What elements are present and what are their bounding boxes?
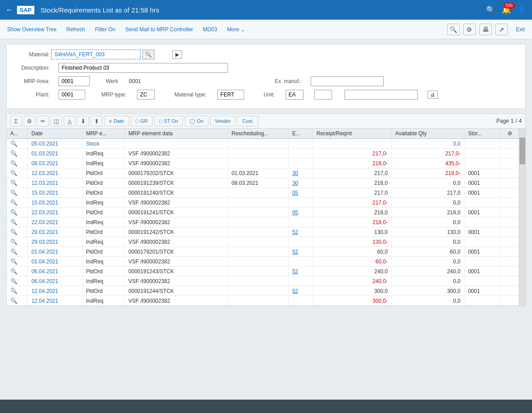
share-toolbar-icon[interactable]: ⇗ [495, 24, 508, 35]
row-receipt: 300,0 [312, 286, 391, 296]
unit-input[interactable] [286, 90, 303, 100]
mrp-type-input[interactable] [137, 90, 155, 100]
e-link[interactable]: 52 [292, 229, 298, 235]
e-link[interactable]: 52 [292, 288, 298, 294]
e-link[interactable]: 30 [292, 170, 298, 176]
row-mrp-element: IndReq [82, 149, 125, 159]
plant-input[interactable] [58, 90, 85, 100]
table-row: 🔍 01.03.2021 IndReq VSF /I900002382 217,… [7, 149, 519, 159]
on-button[interactable]: ◯ On [185, 116, 208, 126]
e-link[interactable]: 05 [292, 190, 298, 196]
ex-manuf-input[interactable] [311, 76, 384, 86]
md03-button[interactable]: MD03 [199, 24, 222, 35]
material-type-input[interactable] [217, 90, 244, 100]
magnify-icon[interactable]: 🔍 [10, 288, 17, 294]
printer-icon[interactable]: 🖨 [428, 91, 438, 99]
e-link[interactable]: 52 [292, 268, 298, 275]
send-mail-button[interactable]: Send Mail to MRP Controller [121, 24, 198, 35]
e-link[interactable]: 05 [292, 209, 298, 216]
show-overview-tree-button[interactable]: Show Overview Tree [3, 24, 61, 35]
filter-on-button[interactable]: Filter On [91, 24, 120, 35]
exit-button[interactable]: Exit [511, 24, 529, 35]
col-header-date: Date [28, 129, 82, 139]
expand-table-button[interactable]: ⬆ [91, 116, 102, 126]
search-toolbar-icon[interactable]: 🔍 [447, 24, 460, 35]
row-mrp-data: 0000191240/STCK [125, 188, 228, 198]
row-mrp-element: IndReq [82, 217, 125, 227]
edit-button[interactable]: ✏ [37, 116, 49, 126]
sigma-button[interactable]: Σ [10, 116, 22, 126]
row-date: 12.03.2021 [28, 168, 82, 178]
row-stor [464, 217, 501, 227]
material-search-icon[interactable]: 🔍 [142, 50, 154, 59]
group-button[interactable]: ◫ [50, 116, 62, 126]
unit-extra-input[interactable] [314, 90, 332, 100]
ungroup-button[interactable]: ◬ [64, 116, 75, 126]
on-icon: ◯ [190, 118, 195, 124]
row-receipt [312, 139, 391, 149]
magnify-icon[interactable]: 🔍 [10, 140, 17, 147]
magnify-icon[interactable]: 🔍 [10, 297, 17, 304]
mrp-area-input[interactable] [58, 76, 90, 86]
col-header-a: A... [7, 129, 28, 139]
gr-button[interactable]: □ GR [131, 116, 153, 126]
vendor-button[interactable]: Vendor [210, 116, 236, 126]
e-link[interactable]: 30 [292, 180, 298, 186]
row-date: 06.04.2021 [28, 276, 82, 286]
row-resched [228, 188, 288, 198]
magnify-icon[interactable]: 🔍 [10, 189, 17, 196]
user-button[interactable]: 👤 [517, 5, 527, 15]
row-avail: 0,0 [391, 257, 464, 267]
settings-toolbar-icon[interactable]: ⚙ [463, 24, 476, 35]
magnify-icon[interactable]: 🔍 [10, 150, 17, 157]
material-input[interactable] [51, 50, 141, 59]
cust-button[interactable]: Cust. [237, 116, 259, 126]
row-resched: 01.03.2021 [228, 168, 288, 178]
table-row: 🔍 06.04.2021 PldOrd 0000191243/STCK 52 2… [7, 267, 519, 276]
row-resched [228, 276, 288, 286]
page-info: Page 1 / 4 [496, 118, 522, 124]
page-separator: / [515, 118, 517, 124]
st-on-button[interactable]: □ ST On [154, 116, 183, 126]
material-type-label: Material type: [175, 92, 207, 98]
col-header-settings[interactable]: ⚙ [501, 129, 519, 139]
row-mrp-data: 0000179202/STCK [125, 168, 228, 178]
notification-button[interactable]: 🔔586 [502, 5, 511, 15]
magnify-icon[interactable]: 🔍 [10, 199, 17, 206]
magnify-icon[interactable]: 🔍 [10, 170, 17, 176]
data-table: A... Date MRP e... MRP element data Resc… [7, 129, 519, 306]
magnify-icon[interactable]: 🔍 [10, 258, 17, 265]
magnify-icon[interactable]: 🔍 [10, 268, 17, 275]
collapse-button[interactable]: ⬇ [77, 116, 89, 126]
row-mrp-element: Stock [82, 139, 125, 149]
scrollbar[interactable] [519, 129, 525, 306]
magnify-icon[interactable]: 🔍 [10, 278, 17, 284]
magnify-icon[interactable]: 🔍 [10, 248, 17, 255]
row-extra [501, 188, 519, 198]
magnify-icon[interactable]: 🔍 [10, 229, 17, 235]
refresh-button[interactable]: Refresh [62, 24, 90, 35]
e-link[interactable]: 52 [292, 249, 298, 255]
settings-rows-button[interactable]: ⚙ [24, 116, 35, 126]
print-toolbar-icon[interactable]: 🖶 [479, 24, 492, 35]
row-mrp-element: IndReq [82, 198, 125, 208]
expand-icon[interactable]: ▶ [172, 50, 182, 59]
row-mrp-data: 0000191244/STCK [125, 286, 228, 296]
magnify-icon[interactable]: 🔍 [10, 238, 17, 245]
printer-input[interactable] [345, 90, 418, 100]
row-receipt: 218,0 [312, 208, 391, 217]
row-stor: 0001 [464, 208, 501, 217]
magnify-icon[interactable]: 🔍 [10, 209, 17, 216]
back-button[interactable]: ← [5, 5, 13, 15]
magnify-icon[interactable]: 🔍 [10, 219, 17, 225]
more-button[interactable]: More ⌄ [223, 24, 250, 35]
header-icons: 🔍 🔔586 👤 [486, 5, 527, 15]
date-button[interactable]: ≡ Date [104, 116, 129, 126]
magnify-icon[interactable]: 🔍 [10, 160, 17, 167]
row-icon-cell: 🔍 [7, 247, 28, 257]
row-date: 29.03.2021 [28, 237, 82, 247]
description-input[interactable] [58, 63, 228, 73]
search-button[interactable]: 🔍 [486, 5, 495, 15]
row-e: 30 [288, 178, 312, 188]
magnify-icon[interactable]: 🔍 [10, 179, 17, 186]
